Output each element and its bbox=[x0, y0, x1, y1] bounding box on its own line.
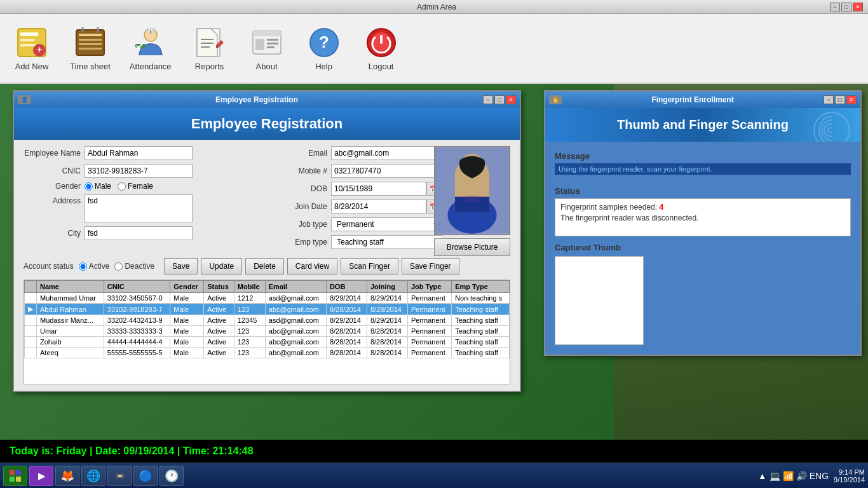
gender-female-radio[interactable] bbox=[118, 182, 126, 191]
row-email: abc@gmail.com bbox=[265, 348, 326, 358]
app-title: Admin Area bbox=[43, 3, 830, 11]
mobile-label: Mobile # bbox=[270, 166, 327, 175]
row-indicator bbox=[25, 337, 37, 348]
start-button[interactable] bbox=[3, 466, 27, 486]
dob-label: DOB bbox=[270, 184, 327, 193]
gender-female-option[interactable]: Female bbox=[118, 182, 153, 191]
card-view-button[interactable]: Card view bbox=[287, 258, 337, 274]
table-row[interactable]: Mudassir Manz... 33202-4432413-9 Male Ac… bbox=[25, 315, 510, 326]
save-finger-button[interactable]: Save Finger bbox=[402, 258, 459, 274]
row-indicator bbox=[25, 315, 37, 326]
table-header: Name CNIC Gender Status Mobile Email DOB… bbox=[25, 281, 510, 293]
taskbar-clock-button[interactable]: 🕐 bbox=[159, 466, 184, 486]
active-option[interactable]: Active bbox=[79, 262, 110, 271]
city-input[interactable] bbox=[85, 226, 193, 240]
row-emp-type: Teaching staff bbox=[452, 304, 510, 315]
table-row[interactable]: Zohaib 44444-4444444-4 Male Active 123 a… bbox=[25, 337, 510, 348]
toolbar-add-new[interactable]: + Add New bbox=[13, 26, 51, 71]
taskbar-video-button[interactable]: 📼 bbox=[107, 466, 132, 486]
emp-minimize-button[interactable]: − bbox=[483, 95, 493, 104]
active-radio[interactable] bbox=[79, 262, 87, 271]
row-emp-type: Teaching staff bbox=[452, 348, 510, 358]
toolbar-help[interactable]: ? Help bbox=[305, 26, 343, 71]
cnic-row: CNIC bbox=[24, 164, 264, 178]
job-type-label: Job type bbox=[270, 220, 327, 229]
scan-finger-button[interactable]: Scan Finger bbox=[341, 258, 398, 274]
maximize-button[interactable]: □ bbox=[841, 3, 851, 11]
table-row[interactable]: ▶ Abdul Rahman 33102-9918283-7 Male Acti… bbox=[25, 304, 510, 315]
col-gender: Gender bbox=[170, 281, 204, 293]
emp-maximize-button[interactable]: □ bbox=[494, 95, 505, 104]
gender-male-radio[interactable] bbox=[85, 182, 93, 191]
taskbar-blue-button[interactable]: 🔵 bbox=[133, 466, 158, 486]
col-job-type: Job Type bbox=[407, 281, 451, 293]
fp-minimize-button[interactable]: − bbox=[824, 95, 834, 104]
col-cnic: CNIC bbox=[104, 281, 170, 293]
toolbar-timesheet[interactable]: Time sheet bbox=[70, 26, 111, 71]
dob-field-group: 📅 bbox=[331, 182, 440, 196]
vs-icon: ▶ bbox=[38, 471, 45, 481]
taskbar-vs-button[interactable]: ▶ bbox=[29, 466, 53, 486]
row-mobile: 12345 bbox=[234, 315, 265, 326]
fp-status-line1: Fingerprint samples needed: 4 bbox=[560, 203, 845, 212]
row-job-type: Permanent bbox=[407, 337, 451, 348]
row-indicator bbox=[25, 326, 37, 337]
toolbar-reports[interactable]: Reports bbox=[191, 26, 229, 71]
time-value: 9:14 PM bbox=[834, 468, 865, 476]
taskbar-firefox-button[interactable]: 🦊 bbox=[55, 466, 79, 486]
fp-maximize-button[interactable]: □ bbox=[835, 95, 845, 104]
taskbar-chrome-button[interactable]: 🌐 bbox=[81, 466, 105, 486]
row-job-type: Permanent bbox=[407, 348, 451, 358]
row-indicator bbox=[25, 293, 37, 304]
photo-section: Browse Picture bbox=[434, 146, 510, 256]
row-name: Umar bbox=[37, 326, 104, 337]
toolbar-attendance[interactable]: 👔 Attendance bbox=[130, 26, 172, 71]
emp-close-button[interactable]: ✕ bbox=[506, 95, 516, 104]
row-emp-type: Teaching staff bbox=[452, 326, 510, 337]
row-email: abc@gmail.com bbox=[265, 304, 326, 315]
browse-picture-button[interactable]: Browse Picture bbox=[434, 238, 510, 256]
toolbar-about[interactable]: About bbox=[248, 26, 286, 71]
row-dob: 8/28/2014 bbox=[326, 304, 367, 315]
fp-close-button[interactable]: ✕ bbox=[846, 95, 857, 104]
gender-female-label: Female bbox=[128, 182, 153, 191]
join-date-field-group: 📅 bbox=[331, 200, 440, 214]
add-new-icon: + bbox=[15, 26, 48, 59]
form-area: Employee Name CNIC Gender Male bbox=[24, 146, 510, 253]
employee-name-input[interactable] bbox=[85, 146, 193, 160]
emp-window-titlebar: 👤 Employee Registration − □ ✕ bbox=[14, 92, 520, 108]
help-icon: ? bbox=[308, 26, 341, 59]
row-email: asd@gmail.com bbox=[265, 293, 326, 304]
join-date-input[interactable] bbox=[331, 200, 426, 214]
deactive-radio[interactable] bbox=[114, 262, 123, 271]
row-dob: 8/28/2014 bbox=[326, 348, 367, 358]
fp-status-line2: The fingerprint reader was disconnected. bbox=[560, 214, 845, 222]
cnic-input[interactable] bbox=[85, 164, 193, 178]
table-row[interactable]: Umar 33333-3333333-3 Male Active 123 abc… bbox=[25, 326, 510, 337]
address-input[interactable]: fsd bbox=[85, 194, 193, 222]
tray-arrow-icon[interactable]: ▲ bbox=[758, 471, 767, 481]
gender-male-option[interactable]: Male bbox=[85, 182, 111, 191]
dob-input[interactable] bbox=[331, 182, 426, 196]
row-indicator bbox=[25, 348, 37, 358]
row-cnic: 33333-3333333-3 bbox=[104, 326, 170, 337]
emp-type-select[interactable]: Teaching staff Non-teaching staff bbox=[331, 235, 442, 249]
row-joining: 8/28/2014 bbox=[367, 337, 407, 348]
job-type-select[interactable]: Permanent Contract bbox=[331, 217, 442, 231]
deactive-option[interactable]: Deactive bbox=[114, 262, 154, 271]
update-button[interactable]: Update bbox=[201, 258, 242, 274]
close-button[interactable]: ✕ bbox=[853, 3, 863, 11]
employee-name-label: Employee Name bbox=[24, 149, 81, 158]
save-button[interactable]: Save bbox=[164, 258, 198, 274]
row-status: Active bbox=[204, 337, 234, 348]
table-row[interactable]: Ateeq 55555-5555555-5 Male Active 123 ab… bbox=[25, 348, 510, 358]
toolbar-logout[interactable]: Logout bbox=[362, 26, 400, 71]
table-row[interactable]: Muhammad Umar 33102-3450567-0 Male Activ… bbox=[25, 293, 510, 304]
taskbar-system-tray: ▲ 💻 📶 🔊 ENG 9:14 PM 9/19/2014 bbox=[758, 468, 865, 484]
delete-button[interactable]: Delete bbox=[245, 258, 284, 274]
email-label: Email bbox=[270, 149, 327, 158]
svg-rect-19 bbox=[253, 31, 281, 36]
row-gender: Male bbox=[170, 304, 204, 315]
minimize-button[interactable]: − bbox=[830, 3, 840, 11]
col-mobile: Mobile bbox=[234, 281, 265, 293]
